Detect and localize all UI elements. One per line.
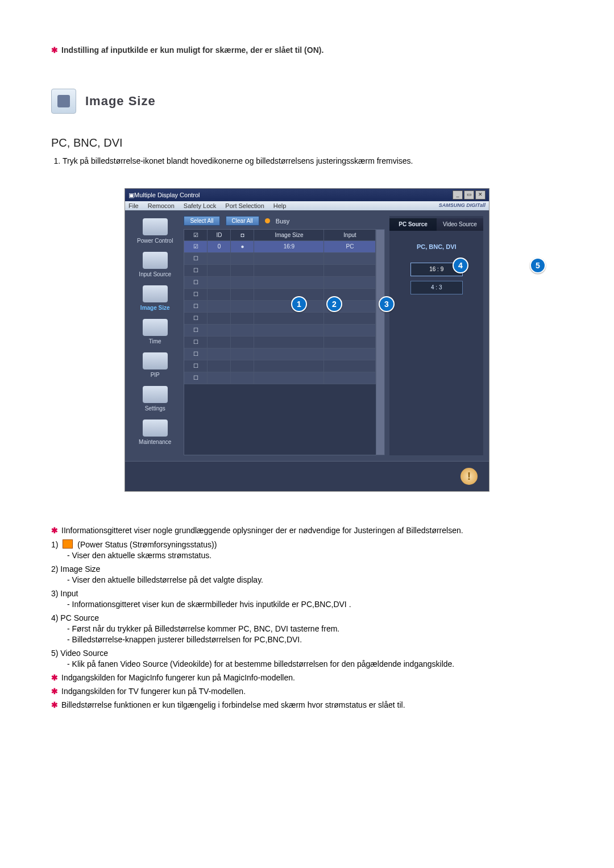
menu-help[interactable]: Help <box>273 202 287 209</box>
sidebar-item-settings[interactable]: Settings <box>133 386 177 412</box>
image-size-sidebar-icon <box>143 285 168 302</box>
callout-1: 1 <box>291 296 307 312</box>
info-list: ✱IInformationsgitteret viser nogle grund… <box>51 526 563 709</box>
grid-row[interactable]: ☐ <box>184 360 376 372</box>
section-header: Image Size <box>51 89 563 114</box>
star-icon: ✱ <box>51 700 58 709</box>
sidebar-label: Power Control <box>137 238 173 244</box>
grid-header-check[interactable]: ☑ <box>184 230 208 240</box>
sidebar-item-time[interactable]: Time <box>133 319 177 344</box>
brand-label: SAMSUNG DIGITall <box>439 202 486 209</box>
select-all-button[interactable]: Select All <box>184 216 219 226</box>
app-icon: ▣ <box>128 192 134 199</box>
grid-row[interactable]: ☐ <box>184 289 376 301</box>
callout-5: 5 <box>530 258 546 273</box>
window-title: Multiple Display Control <box>134 192 200 198</box>
grid-row[interactable]: ☐ <box>184 372 376 384</box>
app-screenshot: ▣ Multiple Display Control _ ▭ ✕ File Re… <box>125 188 489 492</box>
info-intro: ✱IInformationsgitteret viser nogle grund… <box>51 526 563 535</box>
sidebar-item-power-control[interactable]: Power Control <box>133 218 177 244</box>
sidebar-item-image-size[interactable]: Image Size <box>133 285 177 311</box>
busy-indicator-icon <box>265 218 270 223</box>
info-num: 1) <box>51 540 58 549</box>
note-text: Indgangskilden for MagicInfo fungerer ku… <box>61 673 295 682</box>
callout-4: 4 <box>453 258 468 273</box>
info-sub: - Billedstørrelse-knappen justerer bille… <box>67 635 563 644</box>
clear-all-button[interactable]: Clear All <box>226 216 259 226</box>
row-power-icon: ● <box>231 241 254 252</box>
grid-row[interactable]: ☐ <box>184 337 376 348</box>
info-sub: - Først når du trykker på Billedstørrels… <box>67 624 563 633</box>
note-text: Indgangskilden for TV fungerer kun på TV… <box>61 687 246 696</box>
note-magicinfo: ✱Indgangskilden for MagicInfo fungerer k… <box>51 673 563 682</box>
restore-button[interactable]: ▭ <box>464 190 474 200</box>
info-num: 5) <box>51 649 58 658</box>
star-icon: ✱ <box>51 526 58 535</box>
row-checkbox[interactable]: ☑ <box>184 241 208 252</box>
menubar: File Remocon Safety Lock Port Selection … <box>125 201 489 210</box>
section-title: Image Size <box>85 94 156 109</box>
menu-port-selection[interactable]: Port Selection <box>225 202 264 209</box>
sidebar-label: Maintenance <box>139 439 171 445</box>
note-tv: ✱Indgangskilden for TV fungerer kun på T… <box>51 687 563 696</box>
grid-row[interactable]: ☑ 0 ● 16:9 PC <box>184 241 376 253</box>
intro-list: Tryk på billedstørrelse-ikonet blandt ho… <box>51 156 563 165</box>
sub-heading: PC, BNC, DVI <box>51 136 563 149</box>
sidebar-label: Image Size <box>140 305 170 311</box>
menu-remocon[interactable]: Remocon <box>148 202 175 209</box>
info-item-2: 2) Image Size - Viser den aktuelle bille… <box>51 564 563 584</box>
tab-pc-source[interactable]: PC Source <box>389 218 436 231</box>
menu-safety-lock[interactable]: Safety Lock <box>184 202 216 209</box>
sidebar: Power Control Input Source Image Size Ti… <box>131 216 179 455</box>
row-image-size: 16:9 <box>254 241 324 252</box>
intro-item-1: Tryk på billedstørrelse-ikonet blandt ho… <box>63 156 563 165</box>
grid-row[interactable]: ☐ <box>184 348 376 360</box>
star-icon: ✱ <box>51 45 58 55</box>
vertical-scrollbar[interactable] <box>376 229 385 455</box>
top-note-line: ✱Indstilling af inputkilde er kun muligt… <box>51 45 563 55</box>
busy-label: Busy <box>276 218 289 225</box>
warning-icon: ! <box>460 468 478 485</box>
panel-title: PC, BNC, DVI <box>389 243 483 250</box>
info-item-3: 3) Input - Informationsgitteret viser ku… <box>51 589 563 609</box>
grid-row[interactable]: ☐ <box>184 253 376 265</box>
note-text: Billedstørrelse funktionen er kun tilgæn… <box>61 700 405 709</box>
sidebar-label: PIP <box>151 372 160 378</box>
star-icon: ✱ <box>51 687 58 696</box>
grid-row[interactable]: ☐ <box>184 265 376 277</box>
grid-header-power-icon: ◘ <box>231 230 254 240</box>
minimize-button[interactable]: _ <box>453 190 463 200</box>
info-item-4: 4) PC Source - Først når du trykker på B… <box>51 613 563 644</box>
ratio-4-3-button[interactable]: 4 : 3 <box>410 281 463 294</box>
info-label: Input <box>60 589 78 598</box>
power-control-icon <box>143 218 168 235</box>
info-intro-text: IInformationsgitteret viser nogle grundl… <box>61 526 463 535</box>
grid-row[interactable]: ☐ <box>184 301 376 313</box>
info-num: 2) <box>51 564 58 574</box>
power-status-icon <box>63 539 73 549</box>
tab-video-source[interactable]: Video Source <box>437 218 483 231</box>
info-num: 4) <box>51 613 58 622</box>
time-icon <box>143 319 168 336</box>
titlebar: ▣ Multiple Display Control _ ▭ ✕ <box>125 189 489 201</box>
info-label: Video Source <box>60 649 108 658</box>
sidebar-item-maintenance[interactable]: Maintenance <box>133 420 177 445</box>
grid-row[interactable]: ☐ <box>184 325 376 337</box>
pip-icon <box>143 352 168 369</box>
sidebar-label: Input Source <box>139 271 171 277</box>
window-buttons: _ ▭ ✕ <box>453 190 486 200</box>
info-label: PC Source <box>60 613 99 622</box>
callout-3: 3 <box>379 296 395 312</box>
grid-header-id: ID <box>208 230 231 240</box>
settings-icon <box>143 386 168 403</box>
sidebar-item-input-source[interactable]: Input Source <box>133 252 177 277</box>
top-note-text: Indstilling af inputkilde er kun muligt … <box>61 45 323 55</box>
grid-header-row: ☑ ID ◘ Image Size Input <box>184 230 376 241</box>
grid-row[interactable]: ☐ <box>184 277 376 289</box>
close-button[interactable]: ✕ <box>475 190 486 200</box>
menu-file[interactable]: File <box>128 202 139 209</box>
grid-header-input: Input <box>324 230 376 240</box>
info-sub: - Viser den aktuelle skærms strømstatus. <box>67 551 563 560</box>
grid-row[interactable]: ☐ <box>184 313 376 325</box>
sidebar-item-pip[interactable]: PIP <box>133 352 177 378</box>
